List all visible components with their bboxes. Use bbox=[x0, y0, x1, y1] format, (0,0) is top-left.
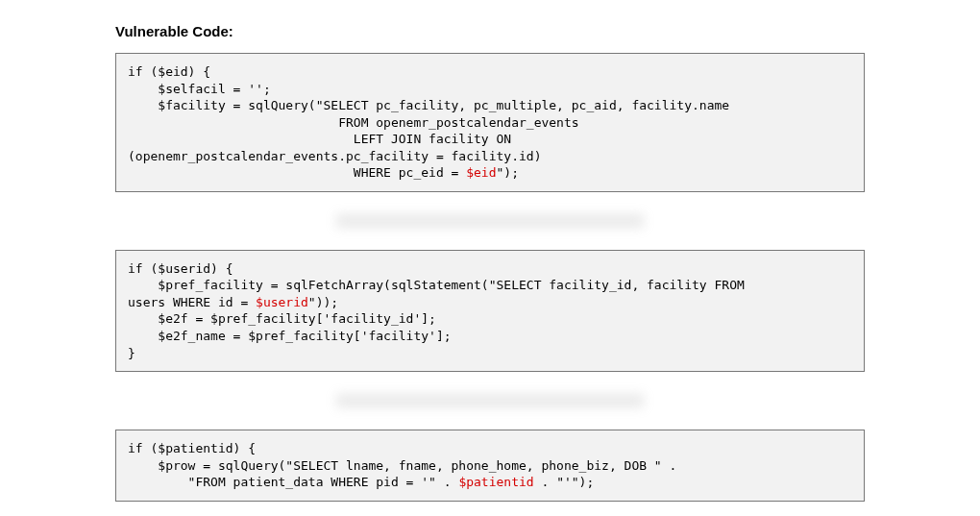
code-line-tail: ")); bbox=[308, 295, 338, 309]
caption-gap-2 bbox=[115, 372, 865, 430]
code-line: $e2f = $pref_facility['facility_id']; bbox=[128, 311, 436, 326]
code-line-tail: . "'"); bbox=[534, 475, 595, 489]
document-page: Vulnerable Code: if ($eid) { $selfacil =… bbox=[0, 0, 980, 516]
code-line: FROM openemr_postcalendar_events bbox=[128, 115, 579, 130]
code-line: WHERE pc_eid = bbox=[128, 165, 466, 180]
blurred-caption bbox=[336, 214, 644, 228]
code-line: if ($patientid) { bbox=[128, 441, 256, 455]
code-line: $facility = sqlQuery("SELECT pc_facility… bbox=[128, 98, 729, 112]
code-line: $selfacil = ''; bbox=[128, 82, 271, 96]
code-line: if ($userid) { bbox=[128, 261, 233, 276]
code-line: } bbox=[128, 346, 135, 360]
code-line: (openemr_postcalendar_events.pc_facility… bbox=[128, 149, 541, 163]
code-line: $e2f_name = $pref_facility['facility']; bbox=[128, 329, 452, 343]
code-line: if ($eid) { bbox=[128, 64, 210, 79]
code-line: $pref_facility = sqlFetchArray(sqlStatem… bbox=[128, 278, 752, 292]
code-block-3: if ($patientid) { $prow = sqlQuery("SELE… bbox=[115, 430, 865, 502]
code-line: "FROM patient_data WHERE pid = '" . bbox=[128, 475, 458, 489]
code-line-tail: "); bbox=[497, 165, 519, 180]
code-line: $prow = sqlQuery("SELECT lname, fname, p… bbox=[128, 458, 676, 473]
section-heading: Vulnerable Code: bbox=[115, 23, 865, 39]
code-line: users WHERE id = bbox=[128, 295, 256, 309]
injected-var: $userid bbox=[256, 295, 308, 309]
blurred-caption bbox=[336, 394, 644, 407]
code-block-1: if ($eid) { $selfacil = ''; $facility = … bbox=[115, 53, 865, 192]
injected-var: $patientid bbox=[458, 475, 533, 489]
injected-var: $eid bbox=[466, 165, 496, 180]
code-line: LEFT JOIN facility ON bbox=[128, 132, 519, 146]
caption-gap-1 bbox=[115, 192, 865, 250]
code-block-2: if ($userid) { $pref_facility = sqlFetch… bbox=[115, 250, 865, 372]
